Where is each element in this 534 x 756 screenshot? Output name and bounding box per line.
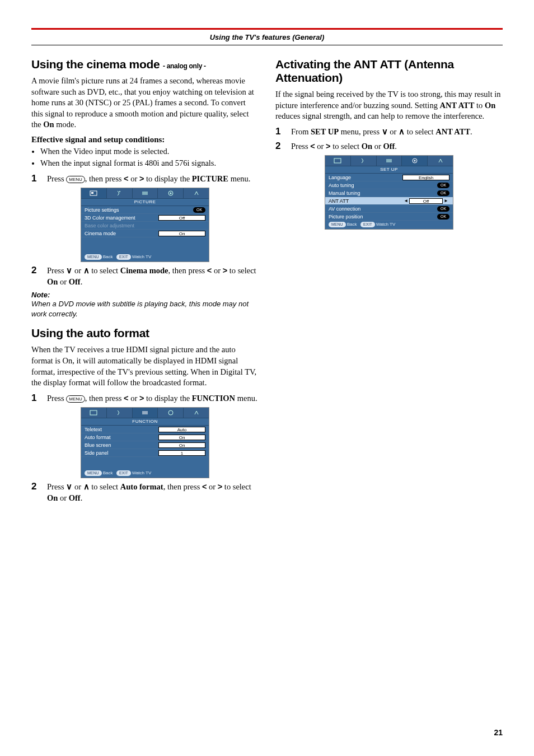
- osd-tab-sound-icon: [107, 188, 133, 198]
- step-number: 2: [31, 482, 39, 503]
- t: Press: [47, 394, 66, 403]
- t: or: [315, 142, 326, 151]
- osd-row: AV connectionOK: [325, 205, 453, 213]
- t: Off: [69, 277, 81, 286]
- osd-tab-digital-icon: [184, 408, 209, 418]
- t: .: [81, 493, 83, 502]
- osd-row: Picture positionOK: [325, 213, 453, 221]
- right-arrow-icon: >: [326, 142, 330, 151]
- t: Off: [69, 493, 81, 502]
- osd-val: On: [158, 435, 205, 440]
- step-number: 1: [275, 127, 283, 138]
- osd-ok-pill: OK: [437, 190, 449, 196]
- osd-foot-menu: MENU: [85, 254, 102, 260]
- osd-foot-back: Back: [103, 254, 113, 259]
- step-text: Press ∨ or ∧ to select Cinema mode, then…: [47, 265, 259, 287]
- osd-label: Picture settings: [85, 207, 193, 213]
- osd-ok-pill: OK: [437, 183, 449, 188]
- right-arrow-icon: >: [223, 266, 227, 275]
- osd-label: Blue screen: [85, 442, 158, 448]
- osd-label: Picture position: [329, 214, 437, 220]
- cinema-bullet-1: When the Video input mode is selected.: [40, 146, 259, 157]
- osd-tab-picture-icon: [81, 188, 107, 198]
- t: Auto format: [120, 482, 163, 491]
- cinema-bullet-2: When the input signal format is 480i and…: [40, 157, 259, 169]
- left-arrow-icon: <: [124, 174, 128, 183]
- osd-tab-sound-icon: [351, 156, 377, 166]
- t: From: [291, 127, 311, 136]
- svg-point-7: [170, 193, 171, 194]
- osd-tab-setup-icon: [402, 156, 428, 166]
- osd-tab-setup-icon: [158, 188, 184, 198]
- left-triangle-icon: ◄: [402, 198, 409, 203]
- t: , then press: [163, 482, 202, 491]
- osd-val: 1: [158, 450, 205, 456]
- t: Off: [383, 142, 395, 151]
- osd-val: Off: [409, 198, 443, 204]
- section-header: Using the TV's features (General): [31, 31, 503, 45]
- osd-foot-back: Back: [103, 470, 113, 475]
- t: Cinema mode: [120, 266, 168, 275]
- cinema-intro-tail: mode.: [54, 120, 76, 129]
- osd-row: Manual tuningOK: [325, 189, 453, 197]
- right-column: Activating the ANT ATT (Antenna Attenuat…: [275, 58, 503, 507]
- autoformat-step-2: 2 Press ∨ or ∧ to select Auto format, th…: [31, 482, 259, 503]
- cinema-intro-bold: On: [43, 120, 54, 129]
- t: SET UP: [311, 127, 339, 136]
- t: .: [81, 277, 83, 286]
- note-head: Note:: [31, 291, 259, 299]
- t: On: [485, 101, 495, 110]
- t: FUNCTION: [192, 394, 235, 403]
- osd-spacer: [81, 457, 209, 469]
- t: ANT ATT: [440, 101, 475, 110]
- up-arrow-icon: ∧: [83, 482, 90, 491]
- autoformat-step-1: 1 Press MENU, then press < or > to displ…: [31, 393, 259, 404]
- osd-row: Blue screenOn: [81, 441, 209, 449]
- t: or: [207, 482, 217, 491]
- cinema-title-sub: - analog only -: [163, 62, 206, 70]
- osd-spacer: [81, 237, 209, 253]
- svg-point-18: [414, 160, 415, 162]
- t: to: [474, 101, 485, 110]
- osd-tab-sound-icon: [107, 408, 133, 418]
- step-number: 2: [275, 141, 283, 152]
- osd-label: ANT ATT: [329, 198, 402, 204]
- osd-foot-back: Back: [347, 222, 357, 227]
- cinema-title-main: Using the cinema mode: [31, 58, 163, 71]
- osd-foot-watch: Watch TV: [132, 470, 152, 475]
- cinema-step-2: 2 Press ∨ or ∧ to select Cinema mode, th…: [31, 265, 259, 287]
- up-arrow-icon: ∧: [399, 127, 405, 136]
- osd-tab-setup-icon: [158, 408, 184, 418]
- osd-row: Cinema modeOn: [81, 230, 209, 237]
- osd-label: Auto tuning: [329, 183, 437, 188]
- up-arrow-icon: ∧: [83, 266, 90, 275]
- osd-label: Teletext: [85, 427, 158, 432]
- t: or: [129, 394, 139, 403]
- svg-point-12: [168, 410, 173, 415]
- osd-title: SET UP: [325, 166, 453, 174]
- osd-foot: MENUBack EXITWatch TV: [325, 221, 453, 229]
- osd-label: Base color adjustment: [85, 223, 205, 228]
- osd-ok-pill: OK: [193, 207, 205, 213]
- osd-row: Auto formatOn: [81, 433, 209, 441]
- t: or: [372, 142, 383, 151]
- right-triangle-icon: ►: [443, 198, 449, 203]
- t: On: [47, 493, 58, 502]
- t: to select: [331, 142, 362, 151]
- osd-row: Picture settingsOK: [81, 206, 209, 214]
- t: PICTURE: [192, 174, 228, 183]
- cinema-intro: A movie film's picture runs at 24 frames…: [31, 76, 259, 130]
- t: , then press: [168, 266, 207, 275]
- step-text: Press ∨ or ∧ to select Auto format, then…: [47, 482, 259, 503]
- step-number: 1: [31, 174, 39, 185]
- osd-title: PICTURE: [81, 199, 209, 206]
- osd-foot-menu: MENU: [329, 222, 346, 227]
- t: or: [58, 277, 68, 286]
- t: On: [362, 142, 372, 151]
- osd-tabs: [325, 156, 453, 166]
- svg-rect-13: [334, 158, 341, 163]
- svg-point-2: [119, 191, 120, 192]
- step-number: 2: [31, 265, 39, 287]
- osd-label: 3D Color management: [85, 215, 158, 221]
- osd-tab-function-icon: [377, 156, 402, 166]
